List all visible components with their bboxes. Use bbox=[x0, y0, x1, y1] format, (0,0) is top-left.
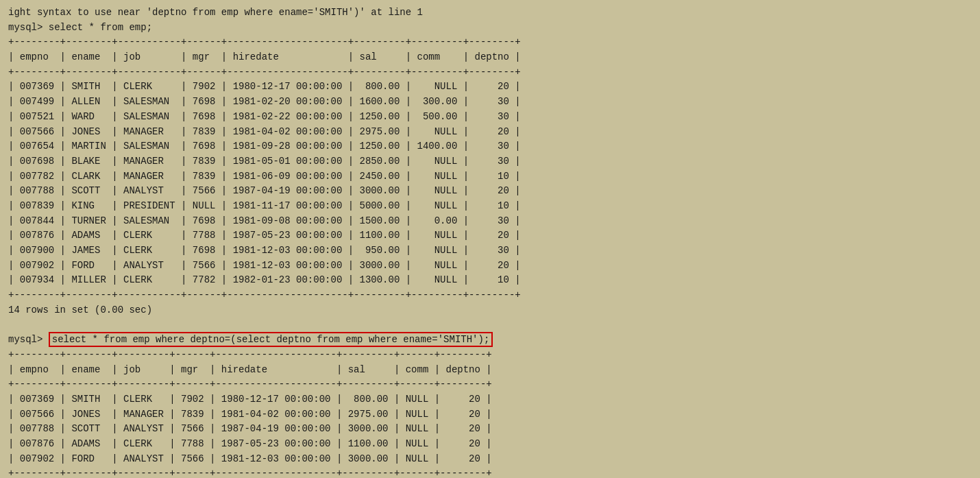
table1-row-10: | 007876 | ADAMS | CLERK | 7788 | 1987-0… bbox=[8, 228, 972, 243]
table1-row-2: | 007521 | WARD | SALESMAN | 7698 | 1981… bbox=[8, 110, 972, 125]
table1-row-3: | 007566 | JONES | MANAGER | 7839 | 1981… bbox=[8, 125, 972, 140]
table2-row-0: | 007369 | SMITH | CLERK | 7902 | 1980-1… bbox=[8, 392, 972, 407]
prompt2-line: mysql> select * from emp where deptno=(s… bbox=[8, 333, 972, 348]
table1-row-12: | 007902 | FORD | ANALYST | 7566 | 1981-… bbox=[8, 259, 972, 274]
table1-row-4: | 007654 | MARTIN | SALESMAN | 7698 | 19… bbox=[8, 139, 972, 154]
prompt1: mysql> select * from emp; bbox=[8, 21, 972, 36]
table1-row-8: | 007839 | KING | PRESIDENT | NULL | 198… bbox=[8, 199, 972, 214]
table1-row-5: | 007698 | BLAKE | MANAGER | 7839 | 1981… bbox=[8, 154, 972, 169]
separator1-bot: +--------+--------+-----------+------+--… bbox=[8, 288, 972, 303]
table2-row-2: | 007788 | SCOTT | ANALYST | 7566 | 1987… bbox=[8, 422, 972, 437]
separator2-mid: +--------+--------+---------+------+----… bbox=[8, 377, 972, 392]
prompt2-prefix: mysql> bbox=[8, 334, 49, 345]
error-line: ight syntax to use near 'deptno from emp… bbox=[8, 5, 972, 21]
separator2-bot: +--------+--------+---------+------+----… bbox=[8, 466, 972, 478]
highlighted-query: select * from emp where deptno=(select d… bbox=[49, 332, 493, 347]
separator1-top: +--------+--------+-----------+------+--… bbox=[8, 35, 972, 50]
table2-header: | empno | ename | job | mgr | hiredate |… bbox=[8, 363, 972, 378]
table2-row-4: | 007902 | FORD | ANALYST | 7566 | 1981-… bbox=[8, 452, 972, 467]
table1-row-9: | 007844 | TURNER | SALESMAN | 7698 | 19… bbox=[8, 214, 972, 229]
table1-row-13: | 007934 | MILLER | CLERK | 7782 | 1982-… bbox=[8, 273, 972, 288]
table1-row-1: | 007499 | ALLEN | SALESMAN | 7698 | 198… bbox=[8, 95, 972, 110]
table1-header: | empno | ename | job | mgr | hiredate |… bbox=[8, 50, 972, 65]
table2-row-1: | 007566 | JONES | MANAGER | 7839 | 1981… bbox=[8, 407, 972, 422]
blank-line bbox=[8, 318, 972, 333]
table1-row-6: | 007782 | CLARK | MANAGER | 7839 | 1981… bbox=[8, 169, 972, 184]
table2-row-3: | 007876 | ADAMS | CLERK | 7788 | 1987-0… bbox=[8, 437, 972, 452]
table1-row-0: | 007369 | SMITH | CLERK | 7902 | 1980-1… bbox=[8, 80, 972, 95]
separator2-top: +--------+--------+---------+------+----… bbox=[8, 348, 972, 363]
table1-row-11: | 007900 | JAMES | CLERK | 7698 | 1981-1… bbox=[8, 243, 972, 259]
separator1-mid: +--------+--------+-----------+------+--… bbox=[8, 65, 972, 80]
terminal: ight syntax to use near 'deptno from emp… bbox=[0, 0, 980, 478]
row-count1: 14 rows in set (0.00 sec) bbox=[8, 303, 972, 318]
table1-row-7: | 007788 | SCOTT | ANALYST | 7566 | 1987… bbox=[8, 184, 972, 199]
